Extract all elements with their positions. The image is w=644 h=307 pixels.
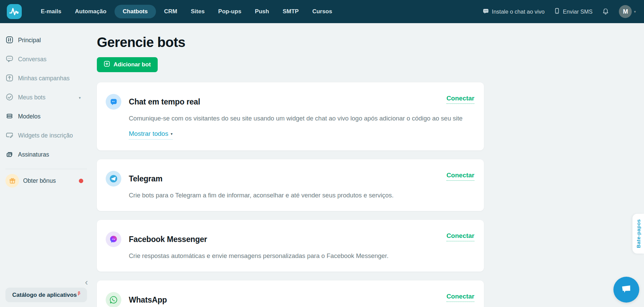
beta-badge: β [78, 291, 80, 295]
sidebar-label: Conversas [18, 54, 47, 64]
main-nav: E-mails Automação Chatbots CRM Sites Pop… [35, 5, 337, 18]
gift-icon [5, 174, 19, 188]
app-catalog-button[interactable]: Catálogo de aplicativos β [5, 288, 87, 302]
nav-item-emails[interactable]: E-mails [35, 5, 67, 18]
card-whatsapp: WhatsApp Conectar API oficial do WhatsAp… [97, 280, 484, 307]
show-all-link[interactable]: Mostrar todos ▾ [129, 130, 173, 140]
account-menu[interactable]: M ▾ [619, 5, 636, 18]
card-description: Crie bots para o Telegram a fim de infor… [129, 191, 472, 200]
notification-dot [79, 179, 83, 183]
card-title: WhatsApp [129, 295, 167, 305]
install-live-chat-link[interactable]: Instale o chat ao vivo [483, 8, 544, 16]
connect-link[interactable]: Conectar [447, 293, 474, 302]
connect-link[interactable]: Conectar [447, 232, 474, 241]
widget-edit-icon [5, 131, 14, 139]
page-title: Gerencie bots [97, 35, 644, 50]
show-all-label: Mostrar todos [129, 130, 168, 138]
chat-bubble-icon [483, 8, 489, 16]
notifications-bell-icon[interactable] [602, 8, 609, 15]
sidebar-item-widgets-de-inscricao[interactable]: Widgets de inscrição [5, 131, 92, 141]
chats-side-tab[interactable]: Bate-papos [632, 214, 644, 254]
nav-item-smtp[interactable]: SMTP [277, 5, 304, 18]
conversation-bubble-icon [5, 55, 14, 63]
chevron-down-icon: ▾ [634, 10, 636, 14]
nav-item-popups[interactable]: Pop-ups [213, 5, 247, 18]
live-chat-icon [106, 94, 121, 110]
card-description: Crie respostas automáticas e envie mensa… [129, 251, 472, 261]
bot-check-icon [5, 93, 14, 101]
sidebar-divider [5, 169, 87, 169]
nav-item-crm[interactable]: CRM [159, 5, 183, 18]
top-navbar: E-mails Automação Chatbots CRM Sites Pop… [0, 0, 644, 23]
card-title: Telegram [129, 174, 162, 183]
plus-square-icon [104, 61, 110, 69]
sidebar-label: Principal [18, 35, 41, 45]
telegram-icon [106, 171, 121, 187]
connect-link[interactable]: Conectar [447, 95, 474, 104]
live-chat-fab[interactable] [613, 277, 639, 303]
smartphone-icon [554, 8, 560, 15]
chats-side-tab-label: Bate-papos [636, 219, 641, 248]
chevron-down-icon[interactable]: ▾ [79, 96, 81, 100]
sidebar-item-obter-bonus[interactable]: Obter bônus [5, 174, 92, 188]
connect-link[interactable]: Conectar [447, 172, 474, 181]
card-telegram: Telegram Conectar Crie bots para o Teleg… [97, 159, 484, 211]
card-facebook-messenger: Facebook Messenger Conectar Crie respost… [97, 220, 484, 272]
dashboard-sliders-icon [5, 36, 14, 44]
bot-channel-list: Chat em tempo real Conectar Comunique-se… [97, 82, 484, 307]
navbar-right: Instale o chat ao vivo Enviar SMS M ▾ [483, 5, 636, 18]
sidebar-label: Modelos [18, 112, 40, 121]
sidebar-item-minhas-campanhas[interactable]: Minhas campanhas [5, 74, 92, 84]
templates-stack-icon [5, 112, 14, 120]
sidebar-item-meus-bots[interactable]: Meus bots ▾ [5, 93, 92, 103]
app-catalog-label: Catálogo de aplicativos [12, 292, 77, 298]
sidebar: Principal Conversas [0, 23, 92, 307]
sidebar-item-conversas[interactable]: Conversas [5, 54, 92, 65]
install-live-chat-label: Instale o chat ao vivo [492, 9, 544, 15]
add-bot-button[interactable]: Adicionar bot [97, 57, 158, 72]
campaign-send-icon [5, 74, 14, 82]
chevron-down-icon: ▾ [171, 132, 173, 136]
sidebar-item-modelos[interactable]: Modelos [5, 112, 92, 122]
send-sms-label: Enviar SMS [563, 9, 592, 15]
sidebar-collapse-icon[interactable]: ‹ [85, 278, 88, 287]
messenger-icon [106, 231, 121, 247]
sidebar-label: Widgets de inscrição [18, 131, 73, 140]
card-description: Comunique-se com os visitantes do seu si… [129, 114, 472, 123]
card-live-chat: Chat em tempo real Conectar Comunique-se… [97, 82, 484, 150]
whatsapp-icon [106, 292, 121, 307]
nav-item-push[interactable]: Push [249, 5, 275, 18]
speech-bubble-icon [620, 282, 633, 297]
nav-item-sites[interactable]: Sites [185, 5, 210, 18]
nav-item-chatbots[interactable]: Chatbots [115, 5, 156, 18]
brand-logo[interactable] [7, 4, 22, 19]
sidebar-label: Minhas campanhas [18, 74, 70, 83]
nav-item-automacao[interactable]: Automação [69, 5, 112, 18]
add-bot-label: Adicionar bot [114, 61, 151, 68]
subscriptions-cards-icon [5, 150, 14, 158]
nav-item-cursos[interactable]: Cursos [307, 5, 338, 18]
avatar[interactable]: M [619, 5, 632, 18]
sidebar-label: Meus bots [18, 93, 46, 102]
sidebar-item-assinaturas[interactable]: Assinaturas [5, 150, 92, 160]
card-title: Facebook Messenger [129, 235, 207, 244]
sidebar-label: Assinaturas [18, 150, 49, 159]
bonus-label: Obter bônus [23, 177, 56, 184]
card-title: Chat em tempo real [129, 97, 200, 107]
send-sms-link[interactable]: Enviar SMS [554, 8, 592, 15]
sidebar-item-principal[interactable]: Principal [5, 35, 92, 46]
main-content: Gerencie bots Adicionar bot i [92, 23, 644, 307]
